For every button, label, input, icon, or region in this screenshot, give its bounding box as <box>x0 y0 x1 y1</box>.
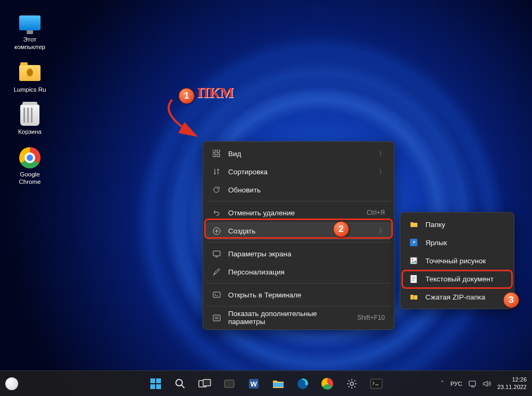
svg-rect-13 <box>150 378 155 383</box>
menu-label: Обновить <box>228 186 385 194</box>
menu-label: Персонализация <box>228 268 385 276</box>
chevron-right-icon: 〉 <box>379 227 385 235</box>
svg-rect-1 <box>217 150 220 152</box>
taskbar: W ˄ РУС 12:26 23.11.2022 <box>0 370 532 396</box>
menu-separator <box>207 283 390 284</box>
svg-rect-19 <box>203 379 211 386</box>
desktop-icon-chrome[interactable]: GoogleChrome <box>10 146 50 186</box>
svg-rect-27 <box>469 381 475 386</box>
weather-icon <box>5 377 18 390</box>
network-icon[interactable] <box>469 380 477 387</box>
svg-rect-26 <box>370 379 382 389</box>
menu-item-view[interactable]: Вид 〉 <box>206 144 391 163</box>
image-icon <box>409 256 418 265</box>
icon-label: Lumpics Ru <box>14 86 46 94</box>
annotation-badge-3: 3 <box>503 292 519 308</box>
sort-icon <box>212 167 221 176</box>
display-icon <box>212 249 221 258</box>
menu-accelerator: Ctrl+Я <box>367 209 385 216</box>
chrome-icon <box>321 378 333 390</box>
tray-date: 23.11.2022 <box>497 384 527 391</box>
menu-label: Сжатая ZIP-папка <box>425 293 505 301</box>
volume-icon[interactable] <box>482 380 491 387</box>
menu-item-display-settings[interactable]: Параметры экрана <box>206 245 391 263</box>
menu-item-terminal[interactable]: Открыть в Терминале <box>206 286 391 304</box>
taskbar-app-word[interactable]: W <box>243 373 264 394</box>
tray-time: 12:26 <box>497 376 527 384</box>
annotation-arrow <box>143 99 207 141</box>
search-button[interactable] <box>170 373 191 394</box>
icon-label: GoogleChrome <box>19 171 41 186</box>
menu-accelerator: Shift+F10 <box>357 314 385 321</box>
taskbar-tray: ˄ РУС 12:26 23.11.2022 <box>441 376 527 391</box>
svg-rect-16 <box>156 384 161 389</box>
submenu-item-folder[interactable]: Папку <box>403 215 511 233</box>
menu-label: Точечный рисунок <box>425 257 505 265</box>
shortcut-icon <box>409 238 418 247</box>
chrome-icon <box>19 147 41 168</box>
zip-folder-icon <box>409 293 418 301</box>
svg-point-25 <box>350 382 353 385</box>
menu-label: Показать дополнительные параметры <box>228 310 350 326</box>
menu-separator <box>207 306 390 306</box>
plus-circle-icon <box>212 227 221 235</box>
submenu-item-shortcut[interactable]: Ярлык <box>403 233 511 252</box>
menu-label: Открыть в Терминале <box>228 291 385 299</box>
svg-rect-6 <box>213 292 220 297</box>
desktop-icon-recycle-bin[interactable]: Корзина <box>10 103 50 136</box>
svg-rect-15 <box>150 384 155 389</box>
more-options-icon <box>212 313 221 322</box>
tray-clock[interactable]: 12:26 23.11.2022 <box>497 376 527 391</box>
grid-icon <box>212 149 221 158</box>
undo-icon <box>212 208 221 217</box>
taskbar-app-settings[interactable] <box>341 373 362 394</box>
menu-item-personalize[interactable]: Персонализация <box>206 263 391 281</box>
context-submenu-new: Папку Ярлык Точечный рисунок Текстовый д… <box>400 212 514 309</box>
svg-rect-12 <box>413 295 414 300</box>
terminal-icon <box>212 290 221 299</box>
menu-separator <box>207 242 390 243</box>
start-button[interactable] <box>145 373 166 394</box>
context-menu: Вид 〉 Сортировка 〉 Обновить Отменить уда… <box>203 141 394 330</box>
text-document-icon <box>409 274 418 283</box>
menu-item-show-more[interactable]: Показать дополнительные параметры Shift+… <box>206 309 391 327</box>
taskbar-app-terminal[interactable] <box>366 373 387 394</box>
submenu-item-text-document[interactable]: Текстовый документ <box>403 270 511 288</box>
menu-item-undo[interactable]: Отменить удаление Ctrl+Я <box>206 204 391 222</box>
menu-label: Параметры экрана <box>228 250 385 258</box>
desktop-icon-this-pc[interactable]: Этоткомпьютер <box>10 11 50 51</box>
menu-label: Ярлык <box>425 239 505 247</box>
taskbar-app[interactable] <box>219 373 240 394</box>
svg-rect-2 <box>213 154 215 157</box>
menu-label: Текстовый документ <box>425 275 505 283</box>
menu-item-new[interactable]: Создать 〉 <box>206 222 391 240</box>
annotation-badge-1: 1 <box>179 88 195 104</box>
svg-point-17 <box>176 379 182 386</box>
desktop-icons: Этоткомпьютер Lumpics Ru Корзина GoogleC… <box>10 11 50 186</box>
tray-chevron-icon[interactable]: ˄ <box>441 380 444 387</box>
monitor-icon <box>19 15 41 30</box>
menu-label: Отменить удаление <box>228 209 359 217</box>
svg-rect-3 <box>217 154 220 157</box>
submenu-item-bitmap[interactable]: Точечный рисунок <box>403 252 511 270</box>
refresh-icon <box>212 185 221 194</box>
chevron-right-icon: 〉 <box>379 150 385 158</box>
folder-icon <box>19 65 41 81</box>
annotation-badge-2: 2 <box>333 221 349 237</box>
taskbar-app-explorer[interactable] <box>268 373 289 394</box>
tray-language[interactable]: РУС <box>450 381 462 387</box>
menu-item-sort[interactable]: Сортировка 〉 <box>206 163 391 181</box>
taskbar-center: W <box>145 373 387 394</box>
menu-label: Создать <box>228 227 372 235</box>
folder-icon <box>409 220 418 229</box>
svg-rect-20 <box>224 380 234 387</box>
desktop-icon-folder[interactable]: Lumpics Ru <box>10 61 50 94</box>
taskbar-app-chrome[interactable] <box>317 373 338 394</box>
menu-item-refresh[interactable]: Обновить <box>206 181 391 199</box>
submenu-item-zip[interactable]: Сжатая ZIP-папка <box>403 288 511 306</box>
menu-label: Папку <box>425 221 505 229</box>
taskbar-app-edge[interactable] <box>292 373 313 394</box>
icon-label: Этоткомпьютер <box>14 36 45 51</box>
taskbar-widgets[interactable] <box>5 377 18 390</box>
task-view-button[interactable] <box>194 373 215 394</box>
